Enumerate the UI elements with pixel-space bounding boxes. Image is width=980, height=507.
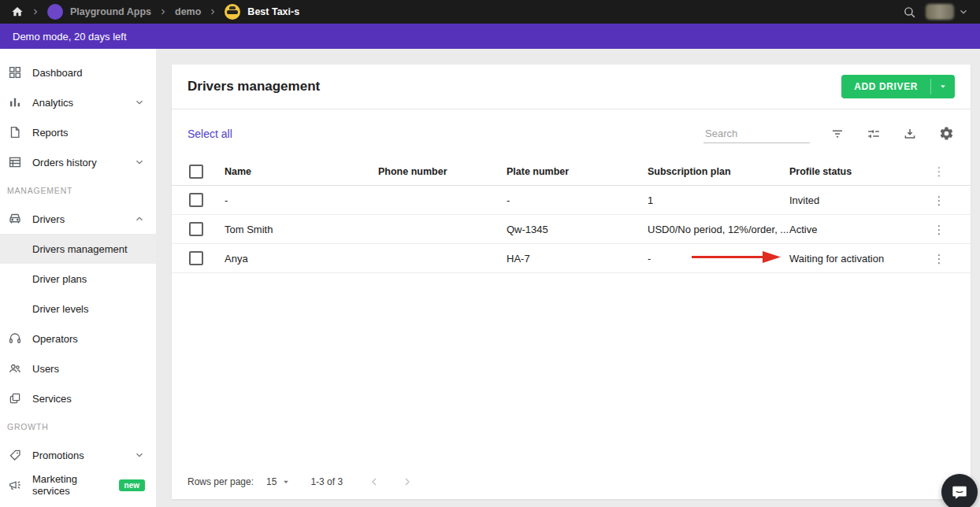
row-actions-kebab-icon[interactable]: ⋮ (934, 253, 945, 265)
table-row[interactable]: Anya HA-7 - Waiting for activation ⋮ (172, 244, 971, 273)
sidebar-item-label: Services (32, 393, 72, 405)
table-row[interactable]: Tom Smith Qw-1345 USD0/No period, 12%/or… (172, 215, 971, 244)
cell-plate: Qw-1345 (507, 224, 648, 235)
add-driver-button[interactable]: ADD DRIVER (841, 75, 955, 98)
sidebar-item-reports[interactable]: Reports (0, 117, 156, 147)
download-icon[interactable] (901, 125, 919, 142)
sidebar-item-marketing-services[interactable]: Marketing services new (0, 470, 156, 500)
sidebar-item-drivers-management[interactable]: Drivers management (0, 234, 156, 264)
cell-name: - (225, 194, 378, 206)
chat-widget-button[interactable] (941, 474, 978, 507)
sidebar-item-drivers[interactable]: Drivers (0, 204, 156, 234)
sidebar-item-label: Reports (32, 127, 69, 139)
tag-icon (7, 447, 23, 463)
column-header-status: Profile status (789, 166, 925, 177)
breadcrumb-app-group[interactable]: Playground Apps (70, 6, 151, 17)
demo-mode-banner: Demo mode, 20 days left (0, 24, 980, 49)
chevron-down-icon (134, 157, 145, 168)
row-actions-kebab-icon[interactable]: ⋮ (934, 194, 945, 206)
sidebar-section-management: MANAGEMENT (0, 177, 156, 204)
search-icon[interactable] (903, 6, 916, 19)
chevron-right-icon (208, 7, 217, 17)
services-icon (7, 390, 23, 406)
rows-per-page-select[interactable]: 15 (266, 476, 290, 487)
table-header: Name Phone number Plate number Subscript… (172, 157, 971, 186)
select-all-link[interactable]: Select all (187, 128, 232, 140)
chevron-right-icon (31, 7, 40, 17)
cell-plate: HA-7 (507, 253, 648, 265)
sidebar-item-label: Drivers (32, 213, 65, 225)
chevron-down-icon (134, 450, 145, 461)
cell-subscription: - (648, 253, 789, 265)
taxi-icon (7, 211, 23, 227)
gear-icon[interactable] (937, 125, 955, 142)
row-checkbox[interactable] (189, 251, 203, 265)
chat-icon (951, 483, 968, 501)
sidebar-item-driver-plans[interactable]: Driver plans (0, 264, 156, 294)
breadcrumb-current-app[interactable]: Best Taxi-s (247, 6, 299, 17)
column-settings-kebab-icon[interactable]: ⋮ (934, 165, 945, 177)
avatar (926, 4, 954, 20)
drivers-management-card: Drivers management ADD DRIVER Select all (172, 65, 971, 499)
column-header-phone: Phone number (378, 166, 507, 177)
taxi-app-logo (225, 4, 240, 20)
cell-subscription: USD0/No period, 12%/order, ... (648, 224, 789, 235)
orders-history-icon (7, 154, 23, 170)
chevron-down-icon (134, 97, 145, 108)
sidebar-item-operators[interactable]: Operators (0, 324, 156, 353)
sidebar-item-driver-levels[interactable]: Driver levels (0, 294, 156, 324)
new-badge: new (119, 479, 145, 491)
cell-subscription: 1 (648, 194, 789, 206)
megaphone-icon (7, 477, 23, 493)
row-actions-kebab-icon[interactable]: ⋮ (934, 224, 945, 235)
sidebar-item-users[interactable]: Users (0, 353, 156, 383)
add-driver-dropdown[interactable] (931, 75, 955, 98)
sidebar-item-label: Analytics (32, 97, 73, 109)
platform-logo[interactable] (47, 4, 63, 20)
sidebar-item-promotions[interactable]: Promotions (0, 440, 156, 470)
sidebar-item-label: Operators (32, 333, 78, 345)
main-content: Drivers management ADD DRIVER Select all (156, 49, 980, 507)
chevron-up-icon (134, 213, 145, 224)
row-checkbox[interactable] (189, 193, 203, 207)
home-icon[interactable] (11, 6, 24, 18)
next-page-icon[interactable] (401, 476, 414, 488)
column-header-name: Name (225, 166, 378, 177)
cell-status: Waiting for activation (789, 253, 925, 265)
select-all-checkbox[interactable] (189, 165, 203, 179)
rows-per-page-label: Rows per page: (187, 476, 254, 487)
add-driver-label[interactable]: ADD DRIVER (841, 75, 930, 98)
headset-icon (7, 331, 23, 346)
pagination-range: 1-3 of 3 (310, 476, 343, 487)
caret-down-icon (282, 478, 290, 486)
sidebar-item-label: Driver plans (32, 273, 87, 285)
cell-plate: - (507, 194, 648, 206)
topbar: Playground Apps demo Best Taxi-s (0, 0, 980, 24)
breadcrumb-project[interactable]: demo (175, 6, 201, 17)
sidebar-item-label: Promotions (32, 450, 84, 461)
chevron-right-icon (158, 7, 168, 17)
sidebar-item-orders-history[interactable]: Orders history (0, 147, 156, 177)
previous-page-icon[interactable] (368, 476, 380, 488)
sidebar-item-services[interactable]: Services (0, 383, 156, 413)
cell-status: Invited (789, 194, 925, 206)
sidebar: Dashboard Analytics Reports Orders histo… (0, 49, 156, 507)
sidebar-item-dashboard[interactable]: Dashboard (0, 57, 156, 87)
column-header-plate: Plate number (507, 166, 648, 177)
chevron-down-icon (958, 6, 969, 17)
search-input[interactable] (703, 124, 810, 143)
analytics-icon (7, 94, 23, 110)
sidebar-section-growth: GROWTH (0, 413, 156, 440)
account-menu[interactable] (926, 4, 969, 20)
tune-icon[interactable] (865, 125, 882, 142)
column-header-subscription: Subscription plan (648, 166, 789, 177)
sidebar-item-analytics[interactable]: Analytics (0, 87, 156, 117)
sidebar-item-label: Marketing services (32, 473, 110, 497)
sidebar-item-label: Users (32, 363, 59, 375)
table-row[interactable]: - - 1 Invited ⋮ (172, 186, 971, 215)
demo-mode-text: Demo mode, 20 days left (13, 31, 127, 43)
row-checkbox[interactable] (189, 222, 203, 236)
sidebar-item-label: Drivers management (32, 243, 128, 255)
filter-icon[interactable] (829, 125, 846, 142)
cell-status: Active (789, 224, 925, 235)
